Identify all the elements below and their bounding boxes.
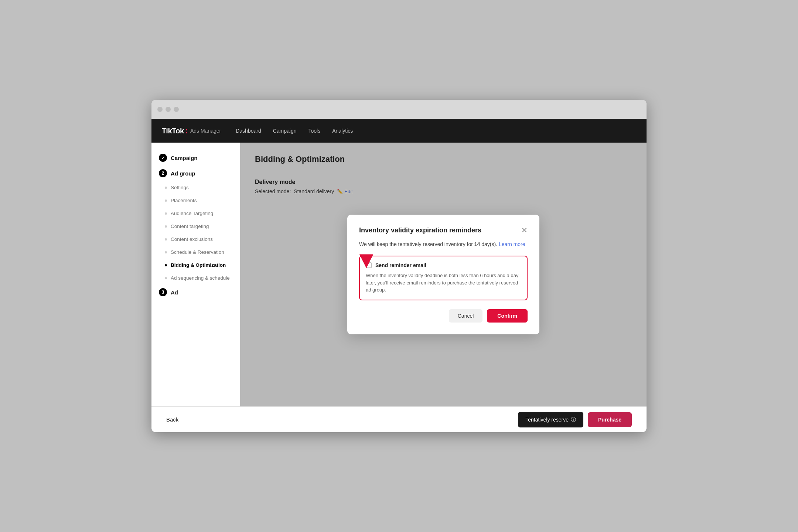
bullet-schedule: [165, 251, 167, 253]
sidebar-sub-settings[interactable]: Settings: [151, 181, 240, 194]
sidebar-sub-audience-label: Audience Targeting: [171, 211, 213, 216]
check-icon: ✓: [161, 156, 165, 160]
modal-days-count: 14: [474, 241, 480, 247]
cancel-button[interactable]: Cancel: [449, 309, 483, 323]
nav-dashboard[interactable]: Dashboard: [236, 127, 261, 134]
sidebar-step2-label: Ad group: [171, 170, 195, 177]
sidebar: ✓ Campaign 2 Ad group Settings Placement…: [151, 143, 240, 406]
nav-tools[interactable]: Tools: [308, 127, 321, 134]
reminder-checkbox[interactable]: [366, 262, 372, 268]
sidebar-step1[interactable]: ✓ Campaign: [151, 150, 240, 166]
bullet-ad-sequencing: [165, 277, 167, 279]
sidebar-sub-placements-label: Placements: [171, 198, 197, 203]
logo-ads: Ads Manager: [190, 128, 221, 134]
sidebar-sub-schedule-label: Schedule & Reservation: [171, 249, 224, 255]
browser-chrome: [151, 100, 647, 119]
sidebar-step1-label: Campaign: [171, 155, 198, 161]
traffic-light-yellow[interactable]: [166, 107, 171, 112]
bullet-bidding: [165, 264, 167, 266]
footer-bar: Back Tentatively reserve ⓘ Purchase: [151, 406, 647, 432]
confirm-button[interactable]: Confirm: [487, 309, 528, 323]
modal-body-intro: We will keep the tentatively reserved in…: [359, 241, 473, 247]
reminder-description: When the inventory validity deadline is …: [366, 272, 521, 294]
tentatively-reserve-info-icon: ⓘ: [571, 416, 576, 423]
navbar: TikTok : Ads Manager Dashboard Campaign …: [151, 119, 647, 143]
bullet-audience: [165, 212, 167, 215]
nav-analytics[interactable]: Analytics: [332, 127, 353, 134]
purchase-button[interactable]: Purchase: [588, 412, 632, 427]
nav-campaign[interactable]: Campaign: [273, 127, 297, 134]
reminder-box: Send reminder email When the inventory v…: [359, 256, 528, 300]
bullet-content-exclusions: [165, 238, 167, 241]
bullet-content-targeting: [165, 225, 167, 228]
footer-right: Tentatively reserve ⓘ Purchase: [518, 412, 632, 427]
sidebar-step3[interactable]: 3 Ad: [151, 284, 240, 300]
modal-learn-more-link[interactable]: Learn more: [499, 241, 525, 247]
sidebar-step2[interactable]: 2 Ad group: [151, 166, 240, 181]
modal-close-button[interactable]: ✕: [521, 226, 528, 234]
modal-overlay: ▼ Inventory validity expiration reminder…: [240, 143, 647, 406]
modal-footer: Cancel Confirm: [359, 309, 528, 323]
modal: Inventory validity expiration reminders …: [347, 215, 539, 334]
tentatively-reserve-label: Tentatively reserve: [525, 417, 569, 423]
sidebar-sub-content-exclusions[interactable]: Content exclusions: [151, 233, 240, 246]
sidebar-sub-content-exclusions-label: Content exclusions: [171, 236, 213, 242]
nav-links: Dashboard Campaign Tools Analytics: [236, 127, 353, 134]
sidebar-sub-settings-label: Settings: [171, 185, 189, 190]
step2-badge: 2: [159, 169, 167, 177]
sidebar-sub-bidding-label: Bidding & Optimization: [171, 262, 226, 268]
step1-badge: ✓: [159, 154, 167, 162]
back-button[interactable]: Back: [166, 416, 178, 423]
traffic-light-green[interactable]: [174, 107, 179, 112]
sidebar-sub-audience[interactable]: Audience Targeting: [151, 207, 240, 220]
sidebar-sub-bidding[interactable]: Bidding & Optimization: [151, 259, 240, 272]
reminder-checkbox-label: Send reminder email: [375, 262, 426, 268]
reminder-checkbox-row: Send reminder email: [366, 262, 521, 268]
modal-days-unit: day(s).: [481, 241, 497, 247]
modal-body-text: We will keep the tentatively reserved in…: [359, 240, 528, 248]
step3-badge: 3: [159, 288, 167, 296]
modal-title: Inventory validity expiration reminders: [359, 226, 481, 234]
sidebar-sub-content-targeting[interactable]: Content targeting: [151, 220, 240, 233]
sidebar-sub-placements[interactable]: Placements: [151, 194, 240, 207]
bullet-placements: [165, 200, 167, 202]
main-content: Bidding & Optimization Delivery mode Sel…: [240, 143, 647, 406]
sidebar-sub-ad-sequencing[interactable]: Ad sequencing & schedule: [151, 272, 240, 284]
app-body: ✓ Campaign 2 Ad group Settings Placement…: [151, 143, 647, 406]
sidebar-sub-schedule[interactable]: Schedule & Reservation: [151, 246, 240, 259]
modal-header: Inventory validity expiration reminders …: [359, 226, 528, 234]
bullet-settings: [165, 187, 167, 189]
logo: TikTok : Ads Manager: [162, 126, 221, 136]
traffic-light-red[interactable]: [157, 107, 163, 112]
sidebar-sub-ad-sequencing-label: Ad sequencing & schedule: [171, 275, 230, 281]
sidebar-sub-content-targeting-label: Content targeting: [171, 224, 209, 229]
logo-dot: :: [185, 126, 188, 136]
tentatively-reserve-button[interactable]: Tentatively reserve ⓘ: [518, 412, 583, 427]
sidebar-step3-label: Ad: [171, 289, 178, 296]
logo-tiktok: TikTok: [162, 127, 184, 135]
